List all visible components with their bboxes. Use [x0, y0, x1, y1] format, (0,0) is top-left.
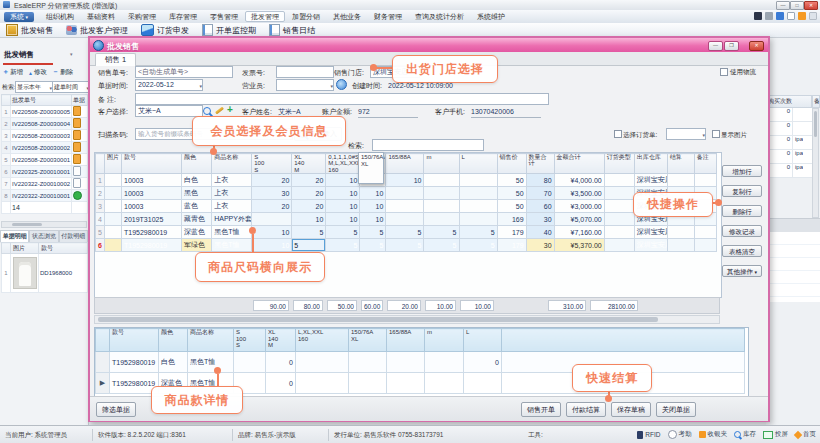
horizontal-scrollbar[interactable] [1, 221, 87, 228]
dialog-restore-button[interactable]: ❐ [724, 41, 739, 51]
phone-icon[interactable] [754, 12, 762, 20]
year-filter-select[interactable]: 显示本年 [15, 81, 53, 93]
memo-field[interactable] [135, 93, 549, 105]
column-header[interactable] [502, 329, 745, 352]
column-header[interactable]: 颜色 [182, 154, 212, 174]
column-header[interactable]: 款号 [39, 243, 88, 254]
footer-button[interactable]: 销售开单 [521, 402, 561, 417]
column-header[interactable]: L,XL,XXL 160 [296, 329, 349, 352]
close-button[interactable]: ✕ [804, 1, 818, 10]
column-header[interactable]: 备注 [694, 154, 716, 174]
order-row[interactable]: 2IV220508-Z00030004 [2, 118, 88, 130]
column-header[interactable]: 商品名称 [212, 154, 252, 174]
menu-item[interactable]: 其他业务 [327, 11, 367, 22]
column-header[interactable] [96, 154, 105, 174]
column-header[interactable]: 150/76A XL [349, 329, 387, 352]
column-header[interactable]: L [464, 329, 502, 352]
row-action-button[interactable]: 复制行 [722, 185, 762, 197]
footer-button[interactable]: 保存草稿 [611, 402, 651, 417]
vertical-scrollbar[interactable] [812, 108, 819, 218]
column-header[interactable]: 款号 [122, 154, 182, 174]
menu-item[interactable]: 采购管理 [122, 11, 162, 22]
table-row[interactable]: 1 DD1968000 [2, 254, 88, 293]
column-header[interactable]: 数量合计 [526, 154, 554, 174]
status-tool-button[interactable]: 考勤 [668, 430, 692, 439]
item-row[interactable]: 110003白色上衣202010105080¥4,000.00深圳宝安店 [96, 174, 717, 187]
add-icon[interactable]: + [227, 106, 233, 114]
sale-no-field[interactable]: <自动生成单号> [135, 66, 233, 78]
column-header[interactable]: S 100 S [234, 329, 266, 352]
column-header[interactable]: m [424, 154, 459, 174]
menu-item[interactable]: 库存管理 [163, 11, 203, 22]
toolbar-button[interactable]: 批发销售 [6, 24, 53, 36]
doc-date-field[interactable]: 2022-05-12 [135, 79, 203, 91]
bell-icon[interactable] [765, 12, 773, 20]
toolbar-button[interactable]: 批发客户管理 [66, 25, 128, 36]
order-row[interactable]: 7IV220322-Z00010002 [2, 178, 88, 190]
column-header[interactable]: m [425, 329, 464, 352]
menu-system[interactable]: 系统 [4, 12, 34, 22]
column-header[interactable]: 款号 [110, 329, 159, 352]
row-action-button[interactable]: 删除行 [722, 205, 762, 217]
tab-sale-1[interactable]: 销售 1 [95, 53, 136, 66]
search-icon[interactable] [203, 107, 211, 115]
menu-item[interactable]: 加盟分销 [286, 11, 326, 22]
column-header[interactable]: 批发单号 [11, 95, 72, 106]
order-pick-checkbox[interactable] [614, 130, 622, 138]
alert-icon[interactable] [798, 12, 806, 20]
edit-icon[interactable] [215, 107, 224, 115]
filter-orders-button[interactable]: 筛选单据 [96, 402, 136, 417]
item-row[interactable]: 42019T31025藏青色HAPPY外套10101016930¥5,070.0… [96, 213, 717, 226]
toolbar-button[interactable]: 订货申发 [141, 24, 189, 36]
column-header[interactable]: L [459, 154, 497, 174]
column-header[interactable]: XL 140 M [266, 329, 296, 352]
menu-item[interactable]: 零售管理 [204, 11, 244, 22]
refresh-icon[interactable] [336, 79, 347, 90]
column-header[interactable] [2, 95, 11, 106]
dialog-minimize-button[interactable]: — [708, 41, 723, 51]
order-row[interactable]: 1IV220508-Z00030005 [2, 106, 88, 118]
menu-item[interactable]: 组织机构 [40, 11, 80, 22]
column-header[interactable]: 销售价 [497, 154, 526, 174]
dialog-close-button[interactable]: ✕ [749, 41, 764, 51]
column-header[interactable]: 出库仓库 [634, 154, 667, 174]
monitor-icon[interactable] [776, 12, 784, 20]
status-tool-button[interactable]: RFID [637, 431, 660, 439]
chevron-down-icon[interactable]: ▾ [70, 51, 73, 57]
footer-button[interactable]: 关闭单据 [656, 402, 696, 417]
footer-button[interactable]: 付款结算 [566, 402, 606, 417]
toolbar-button[interactable]: 销售日结 [269, 24, 315, 36]
item-row[interactable]: 5T1952980019深蓝色黑色T恤1055555517940¥7,160.0… [96, 226, 717, 239]
use-logistics-checkbox[interactable] [720, 68, 728, 76]
menu-item[interactable]: 系统维护 [471, 11, 511, 22]
menu-item[interactable]: 批发管理 [245, 11, 285, 22]
show-image-checkbox[interactable] [712, 130, 720, 138]
item-row[interactable]: 210003黑色上衣302010105070¥3,500.00深圳宝安店 [96, 187, 717, 200]
column-header[interactable]: 颜色 [159, 329, 188, 352]
row-action-button[interactable]: 其他操作 [722, 265, 762, 277]
menu-item[interactable]: 财务管理 [368, 11, 408, 22]
invoice-field[interactable] [276, 66, 334, 78]
order-row[interactable]: 6IV220325-Z00010001 [2, 166, 88, 178]
order-row[interactable]: 8IV220322-Z00010001 [2, 190, 88, 202]
grid-search-input[interactable] [372, 139, 484, 151]
order-row[interactable]: 14 [2, 202, 88, 214]
maximize-button[interactable]: □ [790, 1, 804, 10]
order-pick-select[interactable] [666, 128, 706, 140]
column-header[interactable]: XL 140 M [292, 154, 326, 174]
column-header[interactable]: 0,1,1,1,0#S, M,L,XL,XXL 160 [326, 154, 360, 174]
column-header[interactable]: 结算 [667, 154, 694, 174]
customer-field[interactable]: 艾米~A [135, 105, 203, 117]
column-header[interactable]: 165/88A [387, 329, 425, 352]
minimize-button[interactable]: — [776, 1, 790, 10]
chat-icon[interactable] [787, 12, 795, 20]
column-header[interactable]: 图片 [11, 243, 39, 254]
column-header[interactable] [2, 243, 11, 254]
status-tool-button[interactable]: 首页 [795, 430, 816, 439]
clerk-select[interactable] [276, 79, 334, 91]
date-filter-select[interactable]: 建单时间 [52, 81, 90, 93]
column-header[interactable]: 商品名称 [188, 329, 234, 352]
sidebar-action-button[interactable]: 删除 [52, 67, 73, 77]
order-row[interactable]: 5IV220508-Z00030001 [2, 154, 88, 166]
menu-item[interactable]: 基础资料 [81, 11, 121, 22]
